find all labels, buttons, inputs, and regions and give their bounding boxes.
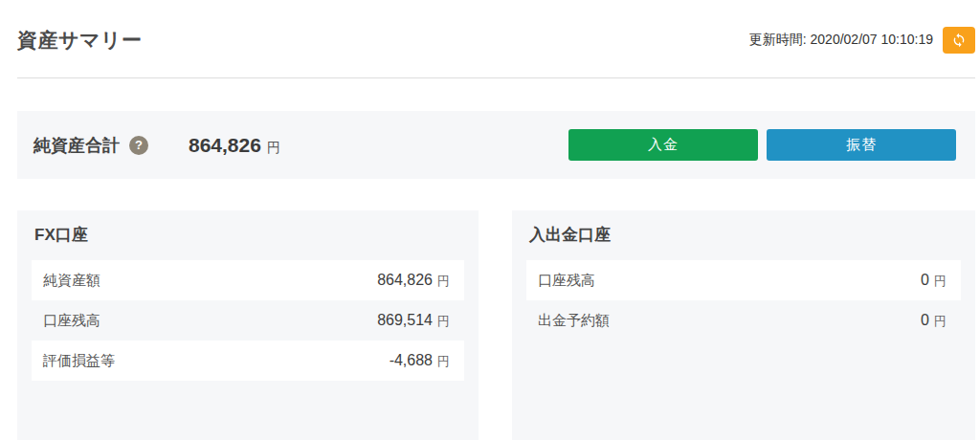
row-value: 869,514 xyxy=(377,312,433,329)
row-unit: 円 xyxy=(934,313,947,330)
update-time-value: 2020/02/07 10:10:19 xyxy=(811,32,933,47)
page-header: 資産サマリー 更新時間: 2020/02/07 10:10:19 xyxy=(17,0,975,54)
row-label: 評価損益等 xyxy=(43,352,115,370)
help-icon[interactable]: ? xyxy=(129,136,148,155)
row-label: 口座残高 xyxy=(538,272,595,290)
table-row: 評価損益等 -4,688 円 xyxy=(32,341,464,381)
cash-account-title: 入出金口座 xyxy=(529,224,961,246)
page-title: 資産サマリー xyxy=(17,27,142,54)
row-label: 口座残高 xyxy=(43,312,100,330)
row-label: 純資産額 xyxy=(43,272,100,290)
row-value-group: 0 円 xyxy=(921,312,947,330)
row-value: -4,688 xyxy=(390,352,433,369)
row-unit: 円 xyxy=(437,313,450,330)
row-unit: 円 xyxy=(437,353,450,370)
net-asset-label: 純資産合計 xyxy=(33,134,120,157)
account-cards: FX口座 純資産額 864,826 円 口座残高 869,514 円 xyxy=(17,210,975,440)
row-value: 864,826 xyxy=(377,272,433,289)
summary-actions: 入金 振替 xyxy=(568,129,956,161)
divider xyxy=(17,77,975,78)
fx-account-card: FX口座 純資産額 864,826 円 口座残高 869,514 円 xyxy=(17,210,479,440)
row-unit: 円 xyxy=(437,273,450,290)
row-unit: 円 xyxy=(934,273,947,290)
asset-summary-page: 資産サマリー 更新時間: 2020/02/07 10:10:19 純資産合計 ?… xyxy=(17,0,975,440)
row-value-group: 0 円 xyxy=(921,272,947,290)
update-time-area: 更新時間: 2020/02/07 10:10:19 xyxy=(749,27,975,54)
table-row: 口座残高 869,514 円 xyxy=(32,300,464,341)
update-time: 更新時間: 2020/02/07 10:10:19 xyxy=(749,32,933,49)
fx-account-title: FX口座 xyxy=(34,224,464,246)
deposit-button[interactable]: 入金 xyxy=(568,129,758,161)
net-asset-unit: 円 xyxy=(267,140,280,157)
net-asset-summary-bar: 純資産合計 ? 864,826 円 入金 振替 xyxy=(17,111,975,179)
row-value: 0 xyxy=(921,312,929,329)
row-value-group: -4,688 円 xyxy=(390,352,450,370)
row-value-group: 864,826 円 xyxy=(377,272,450,290)
cash-account-card: 入出金口座 口座残高 0 円 出金予約額 0 円 xyxy=(512,210,975,440)
update-time-label: 更新時間: xyxy=(749,32,807,47)
refresh-icon xyxy=(951,33,967,48)
net-asset-value: 864,826 xyxy=(189,134,261,157)
row-label: 出金予約額 xyxy=(538,312,610,330)
table-row: 出金予約額 0 円 xyxy=(526,300,961,341)
row-value: 0 xyxy=(921,272,929,289)
table-row: 純資産額 864,826 円 xyxy=(32,260,464,300)
table-row: 口座残高 0 円 xyxy=(526,260,961,300)
net-asset-value-group: 864,826 円 xyxy=(189,134,280,157)
fx-account-rows: 純資産額 864,826 円 口座残高 869,514 円 評価損益等 xyxy=(32,260,464,381)
row-value-group: 869,514 円 xyxy=(377,312,450,330)
refresh-button[interactable] xyxy=(943,27,975,54)
cash-account-rows: 口座残高 0 円 出金予約額 0 円 xyxy=(526,260,961,341)
transfer-button[interactable]: 振替 xyxy=(767,129,956,161)
